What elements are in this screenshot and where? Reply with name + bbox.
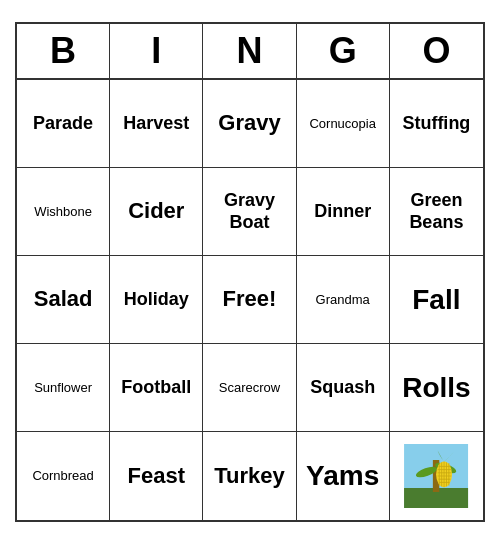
cell-text-23: Yams bbox=[306, 459, 379, 493]
bingo-grid: ParadeHarvestGravyCornucopiaStuffingWish… bbox=[17, 80, 483, 520]
cell-text-17: Scarecrow bbox=[219, 380, 280, 396]
bingo-cell-2: Gravy bbox=[203, 80, 296, 168]
bingo-cell-21: Feast bbox=[110, 432, 203, 520]
bingo-card: B I N G O ParadeHarvestGravyCornucopiaSt… bbox=[15, 22, 485, 522]
cell-text-3: Cornucopia bbox=[309, 116, 376, 132]
bingo-cell-22: Turkey bbox=[203, 432, 296, 520]
bingo-cell-5: Wishbone bbox=[17, 168, 110, 256]
cell-text-19: Rolls bbox=[402, 371, 470, 405]
bingo-cell-7: GravyBoat bbox=[203, 168, 296, 256]
cell-text-5: Wishbone bbox=[34, 204, 92, 220]
cell-text-13: Grandma bbox=[316, 292, 370, 308]
bingo-cell-20: Cornbread bbox=[17, 432, 110, 520]
cell-text-0: Parade bbox=[33, 113, 93, 135]
bingo-cell-13: Grandma bbox=[297, 256, 390, 344]
bingo-cell-15: Sunflower bbox=[17, 344, 110, 432]
cell-text-14: Fall bbox=[412, 283, 460, 317]
cell-text-16: Football bbox=[121, 377, 191, 399]
bingo-cell-19: Rolls bbox=[390, 344, 483, 432]
bingo-cell-17: Scarecrow bbox=[203, 344, 296, 432]
bingo-cell-4: Stuffing bbox=[390, 80, 483, 168]
bingo-cell-10: Salad bbox=[17, 256, 110, 344]
bingo-header: B I N G O bbox=[17, 24, 483, 80]
bingo-cell-3: Cornucopia bbox=[297, 80, 390, 168]
cell-text-22: Turkey bbox=[214, 463, 285, 489]
header-i: I bbox=[110, 24, 203, 78]
header-b: B bbox=[17, 24, 110, 78]
cell-text-2: Gravy bbox=[218, 110, 280, 136]
bingo-cell-23: Yams bbox=[297, 432, 390, 520]
bingo-cell-9: GreenBeans bbox=[390, 168, 483, 256]
bingo-cell-12: Free! bbox=[203, 256, 296, 344]
bingo-cell-6: Cider bbox=[110, 168, 203, 256]
bingo-cell-1: Harvest bbox=[110, 80, 203, 168]
cell-text-4: Stuffing bbox=[402, 113, 470, 135]
cell-text-1: Harvest bbox=[123, 113, 189, 135]
bingo-cell-11: Holiday bbox=[110, 256, 203, 344]
header-n: N bbox=[203, 24, 296, 78]
header-o: O bbox=[390, 24, 483, 78]
bingo-cell-16: Football bbox=[110, 344, 203, 432]
bingo-cell-24 bbox=[390, 432, 483, 520]
cell-text-21: Feast bbox=[128, 463, 185, 489]
cell-text-15: Sunflower bbox=[34, 380, 92, 396]
header-g: G bbox=[297, 24, 390, 78]
cell-text-10: Salad bbox=[34, 286, 93, 312]
cell-text-11: Holiday bbox=[124, 289, 189, 311]
bingo-cell-8: Dinner bbox=[297, 168, 390, 256]
bingo-cell-0: Parade bbox=[17, 80, 110, 168]
bingo-cell-14: Fall bbox=[390, 256, 483, 344]
cell-text-9: GreenBeans bbox=[409, 190, 463, 233]
cell-text-8: Dinner bbox=[314, 201, 371, 223]
bingo-cell-18: Squash bbox=[297, 344, 390, 432]
cell-text-20: Cornbread bbox=[32, 468, 93, 484]
cell-text-12: Free! bbox=[223, 286, 277, 312]
cell-text-6: Cider bbox=[128, 198, 184, 224]
cell-text-18: Squash bbox=[310, 377, 375, 399]
cell-text-7: GravyBoat bbox=[224, 190, 275, 233]
